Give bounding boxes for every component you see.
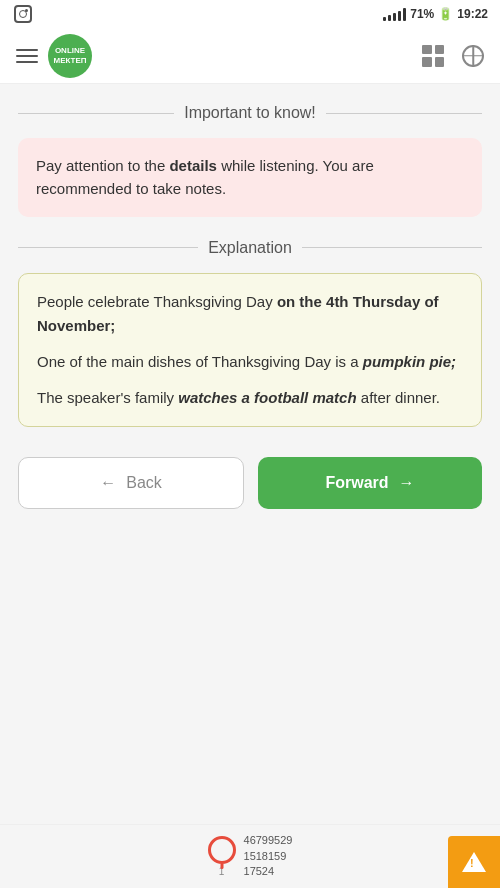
explanation-card: People celebrate Thanksgiving Day on the… (18, 273, 482, 427)
info-card-bold: details (169, 157, 217, 174)
explanation-title-row: Explanation (18, 239, 482, 257)
signal-icon (383, 7, 406, 21)
explanation-item-3-suffix: after dinner. (357, 389, 440, 406)
info-card-text-prefix: Pay attention to the (36, 157, 169, 174)
header-right (422, 45, 484, 67)
explanation-right-line (302, 247, 482, 248)
explanation-item-3: The speaker's family watches a football … (37, 386, 463, 410)
important-title-row: Important to know! (18, 104, 482, 122)
warning-triangle-icon (462, 852, 486, 872)
status-right: 71% 🔋 19:22 (383, 7, 488, 21)
title-left-line (18, 113, 174, 114)
grid-view-icon[interactable] (422, 45, 444, 67)
instagram-icon (14, 5, 32, 23)
battery-percent: 71% (410, 7, 434, 21)
explanation-left-line (18, 247, 198, 248)
footer-circle-icon (208, 836, 236, 864)
main-content: Important to know! Pay attention to the … (0, 84, 500, 549)
forward-label: Forward (325, 474, 388, 492)
back-label: Back (126, 474, 162, 492)
battery-icon: 🔋 (438, 7, 453, 21)
explanation-item-3-bold: watches a football match (178, 389, 356, 406)
explanation-item-1-prefix: People celebrate Thanksgiving Day (37, 293, 277, 310)
explanation-item-3-prefix: The speaker's family (37, 389, 178, 406)
explanation-item-1: People celebrate Thanksgiving Day on the… (37, 290, 463, 338)
info-card: Pay attention to the details while liste… (18, 138, 482, 217)
header: ONLINE МЕКТЕП (0, 28, 500, 84)
language-icon[interactable] (462, 45, 484, 67)
status-bar: 71% 🔋 19:22 (0, 0, 500, 28)
status-instagram (14, 5, 32, 23)
explanation-section-title: Explanation (208, 239, 292, 257)
important-section-title: Important to know! (184, 104, 316, 122)
forward-arrow-icon: → (399, 474, 415, 492)
forward-button[interactable]: Forward → (258, 457, 482, 509)
explanation-item-2-bold: pumpkin pie; (363, 353, 456, 370)
hamburger-menu-button[interactable] (16, 49, 38, 63)
navigation-buttons: ← Back Forward → (18, 457, 482, 509)
explanation-item-2-prefix: One of the main dishes of Thanksgiving D… (37, 353, 363, 370)
back-arrow-icon: ← (100, 474, 116, 492)
title-right-line (326, 113, 482, 114)
footer-numbers: 46799529 1518159 17524 (244, 833, 293, 879)
header-left: ONLINE МЕКТЕП (16, 34, 92, 78)
back-button[interactable]: ← Back (18, 457, 244, 509)
time: 19:22 (457, 7, 488, 21)
warning-button[interactable] (448, 836, 500, 888)
explanation-item-2: One of the main dishes of Thanksgiving D… (37, 350, 463, 374)
logo: ONLINE МЕКТЕП (48, 34, 92, 78)
footer: 1 46799529 1518159 17524 (0, 824, 500, 888)
